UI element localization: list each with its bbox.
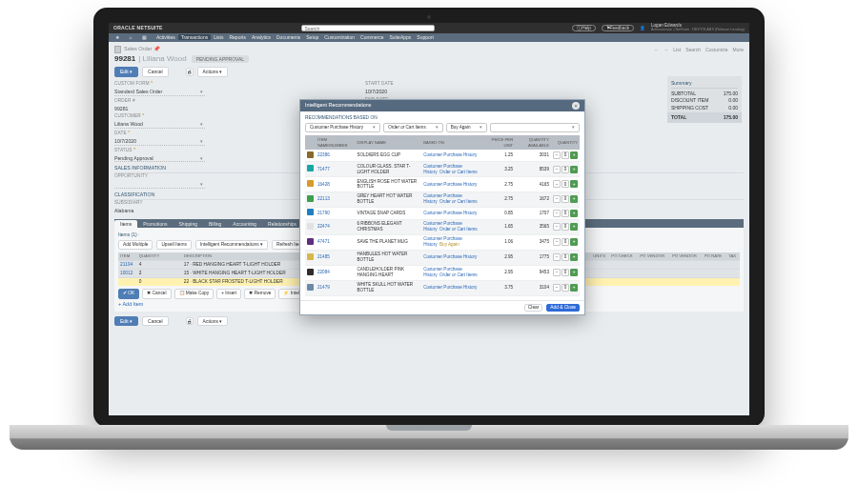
line-action[interactable]: ✖ Remove xyxy=(244,289,276,298)
actions-menu[interactable]: Actions ▾ xyxy=(197,67,229,77)
customize-link[interactable]: Customize xyxy=(705,47,728,53)
qty-value[interactable]: 0 xyxy=(562,180,569,188)
qty-plus[interactable]: + xyxy=(570,238,578,246)
menu-setup[interactable]: Setup xyxy=(303,34,321,40)
qty-value[interactable]: 0 xyxy=(562,223,569,231)
qty-plus[interactable]: + xyxy=(570,166,578,173)
next-record[interactable]: → xyxy=(664,47,668,53)
filter-buy-again[interactable]: Buy Again▾ xyxy=(446,123,488,132)
qty-plus[interactable]: + xyxy=(570,151,578,159)
filter-more[interactable]: ▾ xyxy=(490,123,580,132)
qty-plus[interactable]: + xyxy=(570,253,578,261)
cancel-button-bottom[interactable]: Cancel xyxy=(142,316,169,327)
qty-plus[interactable]: + xyxy=(570,195,578,203)
menu-commerce[interactable]: Commerce xyxy=(358,34,386,40)
qty-plus[interactable]: + xyxy=(570,223,578,231)
feedback-link[interactable]: ⚑ Feedback xyxy=(602,25,634,31)
more-link[interactable]: More xyxy=(733,47,744,53)
qty-plus[interactable]: + xyxy=(570,284,578,292)
qty-plus[interactable]: + xyxy=(570,180,578,188)
line-action[interactable]: ✔ OK xyxy=(118,289,139,298)
qty-minus[interactable]: − xyxy=(553,180,561,188)
qty-minus[interactable]: − xyxy=(553,223,561,231)
items-btn[interactable]: Upsell Items xyxy=(156,240,191,250)
items-btn[interactable]: Intelligent Recommendations ▾ xyxy=(195,240,268,250)
rec-sku[interactable]: 47471 xyxy=(316,234,355,250)
qty-minus[interactable]: − xyxy=(553,253,561,261)
subtab-promotions[interactable]: Promotions xyxy=(137,220,173,229)
qty-minus[interactable]: − xyxy=(553,269,561,276)
subtab-billing[interactable]: Billing xyxy=(203,220,227,229)
items-btn[interactable]: Add Multiple xyxy=(118,240,153,250)
rec-sku[interactable]: 21790 xyxy=(316,207,355,219)
menu-reports[interactable]: Reports xyxy=(226,34,249,40)
menu-lists[interactable]: Lists xyxy=(211,34,226,40)
field-value[interactable]: Standard Sales Order▾ xyxy=(114,89,205,96)
qty-minus[interactable]: − xyxy=(553,166,561,173)
actions-menu-bottom[interactable]: Actions ▾ xyxy=(197,316,229,327)
rec-sku[interactable]: 21485 xyxy=(316,250,355,265)
rec-sku[interactable]: 21479 xyxy=(316,280,355,295)
line-action[interactable]: 📋 Make Copy xyxy=(174,289,214,298)
edit-button-bottom[interactable]: Edit ▾ xyxy=(114,316,138,327)
rec-sku[interactable]: 71477 xyxy=(316,162,355,177)
menu-suiteapps[interactable]: SuiteApps xyxy=(387,34,415,40)
qty-value[interactable]: 0 xyxy=(562,151,569,159)
qty-value[interactable]: 0 xyxy=(562,238,569,246)
rec-sku[interactable]: 16428 xyxy=(316,177,355,192)
menu-support[interactable]: Support xyxy=(414,34,437,40)
qty-value[interactable]: 0 xyxy=(562,253,569,261)
print-icon-bottom[interactable]: 🖨 xyxy=(186,317,194,326)
qty-value[interactable]: 0 xyxy=(562,166,569,173)
menu-documents[interactable]: Documents xyxy=(274,34,303,40)
filter-customer-history[interactable]: Customer Purchase History▾ xyxy=(305,123,380,132)
qty-minus[interactable]: − xyxy=(553,238,561,246)
search-link[interactable]: Search xyxy=(685,47,701,53)
qty-value[interactable]: 0 xyxy=(562,284,569,292)
prev-record[interactable]: ← xyxy=(654,47,659,53)
cancel-button[interactable]: Cancel xyxy=(142,67,169,77)
line-action[interactable]: ✖ Cancel xyxy=(142,289,171,298)
edit-button[interactable]: Edit ▾ xyxy=(114,67,138,77)
menu-activities[interactable]: Activities xyxy=(153,34,178,40)
qty-minus[interactable]: − xyxy=(553,210,561,217)
field-value[interactable]: ▾ xyxy=(114,181,205,189)
field-value[interactable]: Liliana Wood▾ xyxy=(114,121,205,129)
filter-cart-items[interactable]: Order or Cart Items▾ xyxy=(383,123,443,132)
menu-customization[interactable]: Customization xyxy=(321,34,358,40)
subtab-accounting[interactable]: Accounting xyxy=(227,220,262,229)
subtab-shipping[interactable]: Shipping xyxy=(174,220,203,229)
recents-icon[interactable]: ★ xyxy=(113,34,121,41)
home-icon[interactable]: ⌂ xyxy=(127,34,134,41)
qty-minus[interactable]: − xyxy=(553,195,561,203)
clear-button[interactable]: Clear xyxy=(524,304,542,312)
search-input[interactable] xyxy=(301,25,435,31)
avatar-icon[interactable]: 👤 xyxy=(640,26,645,31)
print-icon[interactable]: 🖨 xyxy=(186,68,194,76)
subtab-relationships[interactable]: Relationships xyxy=(262,220,302,229)
qty-value[interactable]: 0 xyxy=(562,269,569,276)
qty-minus[interactable]: − xyxy=(553,151,561,159)
rec-sku[interactable]: 22474 xyxy=(316,219,355,234)
rec-sku[interactable]: 22084 xyxy=(316,265,355,280)
qty-minus[interactable]: − xyxy=(553,284,561,292)
line-action[interactable]: + Insert xyxy=(216,289,241,298)
qty-value[interactable]: 0 xyxy=(562,195,569,203)
list-link[interactable]: List xyxy=(673,47,681,53)
rec-sku[interactable]: 22113 xyxy=(316,192,355,207)
menu-transactions[interactable]: Transactions xyxy=(178,34,211,40)
pin-icon[interactable]: 📌 xyxy=(153,46,160,52)
qty-value[interactable]: 0 xyxy=(562,210,569,217)
field-value[interactable]: Pending Approval▾ xyxy=(114,155,205,163)
qty-plus[interactable]: + xyxy=(570,269,578,276)
qty-plus[interactable]: + xyxy=(570,210,578,217)
rec-sku[interactable]: 22386 xyxy=(316,150,355,161)
subtab-items[interactable]: Items xyxy=(114,220,137,229)
shortcuts-icon[interactable]: ▦ xyxy=(140,34,148,41)
add-close-button[interactable]: Add & Close xyxy=(546,304,580,312)
help-link[interactable]: ⓘ Help xyxy=(572,25,595,31)
field-label: CUSTOMER * xyxy=(114,113,205,119)
menu-analytics[interactable]: Analytics xyxy=(249,34,274,40)
close-icon[interactable]: ✕ xyxy=(572,102,580,110)
field-value[interactable]: 10/7/2020▾ xyxy=(114,138,205,146)
